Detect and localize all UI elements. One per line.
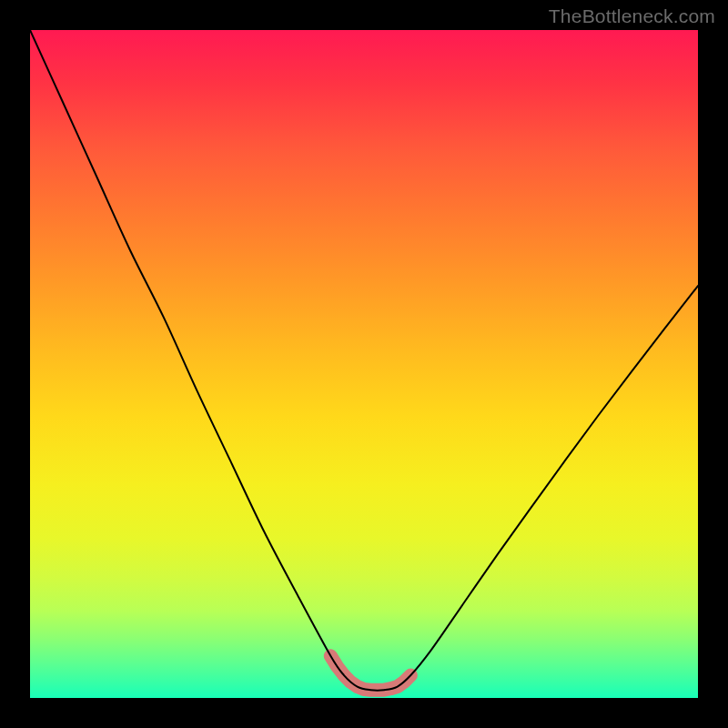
watermark-text: TheBottleneck.com <box>549 5 715 27</box>
chart-frame: TheBottleneck.com <box>0 0 728 728</box>
chart-svg <box>30 30 698 698</box>
bottleneck-curve <box>30 30 698 691</box>
plot-area <box>30 30 698 698</box>
